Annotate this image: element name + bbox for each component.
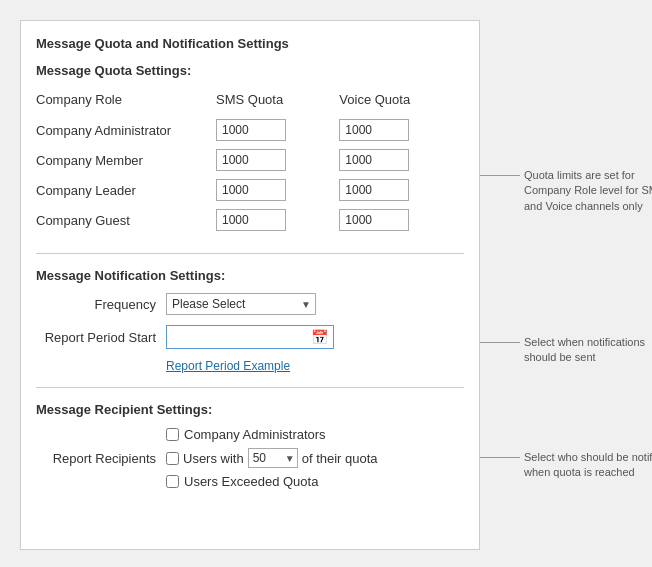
recipients-annotation-text: Select who should be notified when quota… <box>520 450 652 481</box>
table-row: Company Leader <box>36 175 464 205</box>
sms-input[interactable] <box>216 179 286 201</box>
sms-input[interactable] <box>216 209 286 231</box>
quota-table: Company Role SMS Quota Voice Quota Compa… <box>36 88 464 235</box>
col-company-role: Company Role <box>36 88 216 115</box>
quota-section-label: Message Quota Settings: <box>36 63 464 78</box>
date-input-wrapper: 📅 <box>166 325 334 349</box>
company-admins-checkbox[interactable] <box>166 428 179 441</box>
notification-section: Message Notification Settings: Frequency… <box>36 268 464 373</box>
users-with-checkbox[interactable] <box>166 452 179 465</box>
quota-percent-select[interactable]: 5060708090 <box>248 448 298 468</box>
annotation-line-1 <box>480 175 520 176</box>
recipients-annotation: Select who should be notified when quota… <box>480 450 652 481</box>
users-exceeded-row: Users Exceeded Quota <box>166 474 464 489</box>
table-row: Company Member <box>36 145 464 175</box>
voice-input[interactable] <box>339 179 409 201</box>
role-name: Company Leader <box>36 175 216 205</box>
voice-input[interactable] <box>339 209 409 231</box>
quota-annotation-text: Quota limits are set for Company Role le… <box>520 168 652 214</box>
voice-input[interactable] <box>339 119 409 141</box>
frequency-select[interactable]: Please SelectDailyWeeklyMonthly <box>166 293 316 315</box>
frequency-annotation: Select when notifications should be sent <box>480 335 652 366</box>
frequency-select-wrapper[interactable]: Please SelectDailyWeeklyMonthly ▼ <box>166 293 316 315</box>
divider-2 <box>36 387 464 388</box>
recipient-section-label: Message Recipient Settings: <box>36 402 464 417</box>
calendar-button[interactable]: 📅 <box>306 325 334 349</box>
page-wrapper: Message Quota and Notification Settings … <box>20 20 632 550</box>
page-title: Message Quota and Notification Settings <box>36 36 464 51</box>
calendar-icon: 📅 <box>311 329 328 345</box>
users-with-quota-content: Users with 5060708090 ▼ of their quota <box>166 448 378 468</box>
table-row: Company Guest <box>36 205 464 235</box>
frequency-annotation-text: Select when notifications should be sent <box>520 335 652 366</box>
role-name: Company Member <box>36 145 216 175</box>
main-panel: Message Quota and Notification Settings … <box>20 20 480 550</box>
frequency-label: Frequency <box>36 297 166 312</box>
role-name: Company Administrator <box>36 115 216 145</box>
recipient-section: Message Recipient Settings: Company Admi… <box>36 402 464 489</box>
company-admins-row: Company Administrators <box>166 427 464 442</box>
notification-section-label: Message Notification Settings: <box>36 268 464 283</box>
frequency-row: Frequency Please SelectDailyWeeklyMonthl… <box>36 293 464 315</box>
annotation-line-3 <box>480 457 520 458</box>
quota-percent-wrapper[interactable]: 5060708090 ▼ <box>248 448 298 468</box>
users-with-quota-row: Report Recipients Users with 5060708090 … <box>36 448 464 468</box>
sms-input[interactable] <box>216 149 286 171</box>
table-row: Company Administrator <box>36 115 464 145</box>
of-their-quota-label: of their quota <box>302 451 378 466</box>
report-period-example[interactable]: Report Period Example <box>166 359 464 373</box>
role-name: Company Guest <box>36 205 216 235</box>
divider-1 <box>36 253 464 254</box>
quota-section: Message Quota Settings: Company Role SMS… <box>36 63 464 235</box>
users-with-label: Users with <box>183 451 244 466</box>
voice-input[interactable] <box>339 149 409 171</box>
company-admins-label: Company Administrators <box>184 427 326 442</box>
report-period-start-label: Report Period Start <box>36 330 166 345</box>
report-period-start-row: Report Period Start 📅 <box>36 325 464 349</box>
sms-input[interactable] <box>216 119 286 141</box>
report-recipients-label: Report Recipients <box>36 451 166 466</box>
annotation-line-2 <box>480 342 520 343</box>
date-input[interactable] <box>166 325 306 349</box>
users-exceeded-label: Users Exceeded Quota <box>184 474 318 489</box>
col-voice-quota: Voice Quota <box>339 88 464 115</box>
quota-annotation: Quota limits are set for Company Role le… <box>480 168 652 214</box>
users-exceeded-checkbox[interactable] <box>166 475 179 488</box>
col-sms-quota: SMS Quota <box>216 88 339 115</box>
